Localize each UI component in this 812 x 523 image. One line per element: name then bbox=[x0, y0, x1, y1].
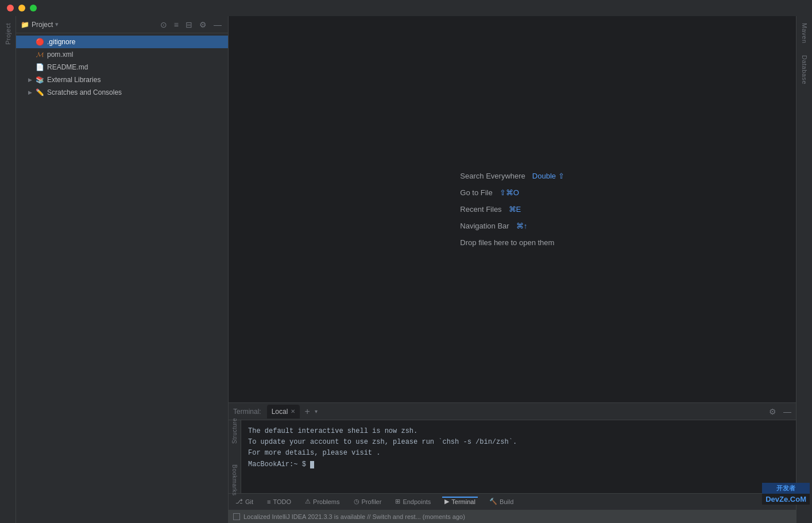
terminal-cursor bbox=[310, 461, 314, 468]
terminal-dropdown-icon[interactable]: ▾ bbox=[315, 408, 318, 414]
hint-recent-files: Recent Files ⌘E bbox=[460, 205, 521, 214]
pom-xml-label: pom.xml bbox=[47, 51, 73, 59]
terminal-line-1: The default interactive shell is now zsh… bbox=[248, 426, 789, 437]
profiler-icon: ◷ bbox=[354, 498, 359, 505]
collapse-all-icon[interactable]: ≡ bbox=[172, 19, 180, 30]
problems-label: Problems bbox=[313, 498, 339, 505]
statusbar: Localized IntelliJ IDEA 2021.3.3 is avai… bbox=[229, 509, 796, 523]
build-icon: 🔨 bbox=[489, 498, 497, 505]
recent-files-label: Recent Files bbox=[460, 205, 501, 214]
close-button[interactable] bbox=[7, 5, 14, 11]
terminal-icon: ▶ bbox=[444, 498, 449, 505]
titlebar bbox=[0, 0, 812, 16]
external-libraries[interactable]: ▶ 📚 External Libraries bbox=[16, 73, 228, 86]
hint-navigation-bar: Navigation Bar ⌘↑ bbox=[460, 222, 527, 230]
terminal-add-button[interactable]: + bbox=[302, 406, 312, 417]
terminal-line-4: MacBookAir:~ $ bbox=[248, 459, 789, 470]
settings-icon[interactable]: ⚙ bbox=[198, 19, 208, 30]
terminal-dollar: $ bbox=[302, 460, 310, 468]
external-libraries-label: External Libraries bbox=[47, 76, 100, 84]
readme-label: README.md bbox=[47, 63, 88, 71]
project-dropdown-arrow[interactable]: ▾ bbox=[55, 21, 59, 28]
left-sidebar-strip: Project bbox=[0, 16, 16, 523]
scratches-and-consoles[interactable]: ▶ ✏️ Scratches and Consoles bbox=[16, 86, 228, 99]
endpoints-icon: ⊞ bbox=[395, 498, 400, 505]
terminal-tool[interactable]: ▶ Terminal bbox=[442, 497, 478, 506]
build-label: Build bbox=[500, 498, 513, 505]
editor-main: Search Everywhere Double ⇧ Go to File ⇧⌘… bbox=[229, 16, 796, 402]
gitignore-label: .gitignore bbox=[47, 38, 75, 46]
problems-icon: ⚠ bbox=[305, 498, 311, 505]
terminal-tabs: Terminal: Local ✕ + ▾ ⚙ — bbox=[229, 403, 796, 420]
project-label: Project bbox=[32, 21, 53, 29]
libs-icon: 📚 bbox=[34, 76, 45, 84]
terminal-tab-name: Local bbox=[272, 408, 288, 416]
gitignore-icon: 🔴 bbox=[34, 38, 45, 46]
maximize-button[interactable] bbox=[30, 5, 37, 11]
minimize-button[interactable] bbox=[18, 5, 25, 11]
welcome-hints: Search Everywhere Double ⇧ Go to File ⇧⌘… bbox=[460, 172, 564, 247]
main-layout: Project 📁 Project ▾ ⊙ ≡ ⊟ ⚙ — 🔴 .gitigno… bbox=[0, 16, 812, 523]
terminal-tab-local[interactable]: Local ✕ bbox=[267, 405, 300, 419]
terminal-content[interactable]: The default interactive shell is now zsh… bbox=[241, 420, 796, 493]
file-gitignore[interactable]: 🔴 .gitignore bbox=[16, 36, 228, 48]
file-pom-xml[interactable]: 𝓜 pom.xml bbox=[16, 48, 228, 61]
scratches-icon: ✏️ bbox=[34, 88, 45, 96]
traffic-lights bbox=[7, 5, 37, 11]
hint-goto-file: Go to File ⇧⌘O bbox=[460, 188, 519, 197]
build-tool[interactable]: 🔨 Build bbox=[487, 497, 516, 506]
goto-file-shortcut: ⇧⌘O bbox=[500, 188, 519, 197]
file-tree: 🔴 .gitignore 𝓜 pom.xml 📄 README.md ▶ bbox=[16, 33, 228, 523]
todo-icon: ≡ bbox=[267, 498, 270, 505]
navigation-bar-shortcut: ⌘↑ bbox=[516, 222, 528, 230]
terminal-tab-close-icon[interactable]: ✕ bbox=[291, 408, 295, 414]
statusbar-checkbox[interactable] bbox=[233, 513, 240, 520]
hide-icon[interactable]: — bbox=[212, 19, 223, 30]
watermark-bottom: DevZe.CoM bbox=[762, 494, 810, 505]
hint-search: Search Everywhere Double ⇧ bbox=[460, 172, 564, 180]
file-readme[interactable]: 📄 README.md bbox=[16, 61, 228, 73]
scratches-label: Scratches and Consoles bbox=[47, 88, 122, 96]
expand-icon[interactable]: ⊟ bbox=[184, 19, 194, 30]
bottom-toolbar: ⎇ Git ≡ TODO ⚠ Problems ◷ Profiler ⊞ E bbox=[229, 493, 796, 509]
database-tab-label[interactable]: Database bbox=[801, 55, 808, 84]
terminal-settings-icon[interactable]: ⚙ bbox=[769, 407, 776, 416]
terminal-label: Terminal: bbox=[233, 408, 261, 416]
terminal-tool-label: Terminal bbox=[451, 498, 475, 505]
problems-tool[interactable]: ⚠ Problems bbox=[303, 497, 342, 506]
folder-icon: 📁 bbox=[21, 21, 29, 29]
todo-tool[interactable]: ≡ TODO bbox=[265, 497, 293, 506]
todo-label: TODO bbox=[273, 498, 291, 505]
maven-tab-label[interactable]: Maven bbox=[801, 23, 808, 44]
terminal-close-button[interactable]: — bbox=[783, 407, 791, 416]
watermark-top: 开发者 bbox=[762, 483, 810, 494]
search-everywhere-shortcut: Double ⇧ bbox=[532, 172, 564, 180]
profiler-tool[interactable]: ◷ Profiler bbox=[351, 497, 384, 506]
md-icon: 📄 bbox=[34, 63, 45, 71]
structure-strip: Structure Bookmarks bbox=[229, 420, 241, 493]
profiler-label: Profiler bbox=[362, 498, 382, 505]
goto-file-label: Go to File bbox=[460, 188, 492, 197]
git-label: Git bbox=[245, 498, 253, 505]
terminal-prompt: MacBookAir:~ bbox=[248, 460, 302, 468]
git-icon: ⎇ bbox=[235, 498, 243, 505]
editor-area: Search Everywhere Double ⇧ Go to File ⇧⌘… bbox=[229, 16, 796, 523]
project-title[interactable]: 📁 Project ▾ bbox=[21, 21, 59, 29]
structure-label[interactable]: Structure bbox=[231, 418, 238, 444]
statusbar-text: Localized IntelliJ IDEA 2021.3.3 is avai… bbox=[243, 513, 465, 520]
hint-drop-files: Drop files here to open them bbox=[460, 238, 554, 247]
right-sidebar-strip: Maven Database bbox=[796, 16, 812, 523]
endpoints-label: Endpoints bbox=[403, 498, 431, 505]
git-tool[interactable]: ⎇ Git bbox=[233, 497, 256, 506]
xml-icon: 𝓜 bbox=[34, 51, 45, 59]
drop-files-label: Drop files here to open them bbox=[460, 238, 554, 247]
project-tab-label[interactable]: Project bbox=[5, 23, 11, 45]
bookmarks-label[interactable]: Bookmarks bbox=[231, 464, 238, 496]
tree-arrow: ▶ bbox=[25, 77, 34, 83]
recent-files-shortcut: ⌘E bbox=[509, 205, 521, 214]
search-everywhere-label: Search Everywhere bbox=[460, 172, 525, 180]
bottom-panel: Terminal: Local ✕ + ▾ ⚙ — Structure Book… bbox=[229, 402, 796, 523]
terminal-line-2: To update your account to use zsh, pleas… bbox=[248, 437, 789, 448]
scope-icon[interactable]: ⊙ bbox=[158, 19, 169, 30]
endpoints-tool[interactable]: ⊞ Endpoints bbox=[393, 497, 433, 506]
